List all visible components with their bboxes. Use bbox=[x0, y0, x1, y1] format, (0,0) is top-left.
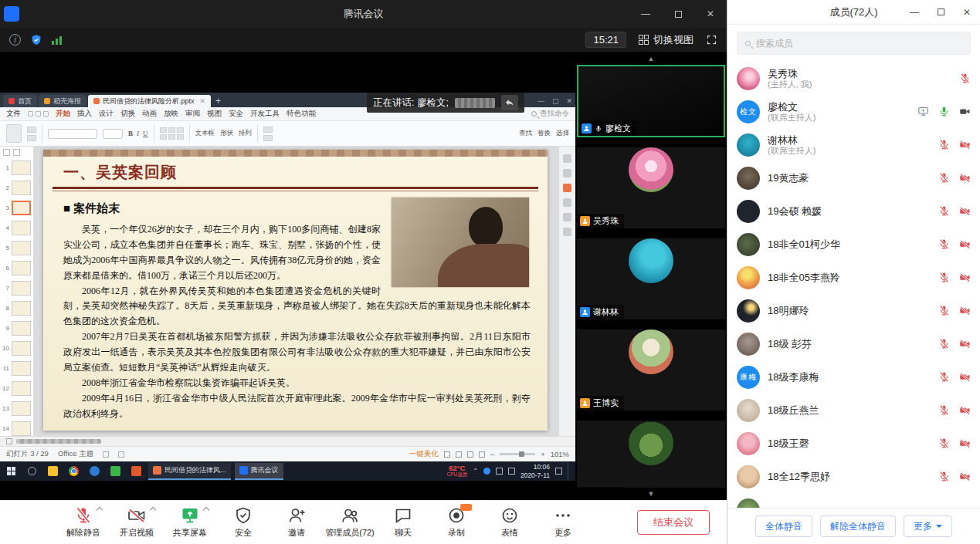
insert-icons[interactable] bbox=[263, 127, 273, 141]
mic-muted-icon[interactable] bbox=[938, 371, 950, 383]
video-button[interactable]: 开启视频 bbox=[112, 506, 161, 539]
sorter-view-icon[interactable] bbox=[456, 451, 462, 458]
cam-off-icon[interactable] bbox=[959, 438, 971, 449]
slide-thumbnail[interactable]: 14 bbox=[0, 418, 33, 436]
slideshow-view-icon[interactable] bbox=[479, 451, 485, 458]
menu-item-切换[interactable]: 切换 bbox=[120, 109, 135, 119]
wps-maximize-icon[interactable]: ▢ bbox=[552, 97, 559, 105]
mic-muted-icon[interactable] bbox=[938, 272, 950, 283]
switch-view-button[interactable]: 切换视图 bbox=[639, 33, 693, 47]
mic-muted-icon[interactable] bbox=[938, 404, 950, 416]
member-row[interactable]: 谢林林(联席主持人) bbox=[727, 128, 980, 161]
member-row[interactable]: 19黄志豪 bbox=[727, 161, 980, 194]
member-row[interactable]: 检文廖检文(联席主持人) bbox=[727, 95, 980, 128]
replace-button[interactable]: 替换 bbox=[537, 129, 551, 138]
paste-icon[interactable] bbox=[6, 124, 22, 143]
menu-item-放映[interactable]: 放映 bbox=[164, 109, 178, 119]
cpu-temp-widget[interactable]: 62°C CPU温度 bbox=[446, 465, 467, 478]
member-row[interactable]: 18非全05李燕羚 bbox=[727, 261, 980, 294]
meeting-info-icon[interactable]: i bbox=[9, 34, 21, 46]
edge-icon[interactable] bbox=[86, 463, 103, 480]
mic-muted-icon[interactable] bbox=[938, 471, 950, 482]
command-search[interactable]: 查找命令 bbox=[531, 109, 569, 119]
panel-maximize-icon[interactable] bbox=[927, 0, 954, 25]
member-row[interactable]: 18级丘燕兰 bbox=[727, 394, 980, 427]
find-button[interactable]: 查找 bbox=[519, 129, 532, 138]
slide-thumbnail[interactable]: 1 bbox=[0, 157, 33, 177]
file-menu[interactable]: 文件 bbox=[6, 109, 21, 119]
chat-button[interactable]: 聊天 bbox=[378, 506, 428, 539]
screen-icon[interactable] bbox=[917, 106, 929, 117]
wps-close-icon[interactable]: ✕ bbox=[566, 97, 572, 105]
scroll-up-icon[interactable]: ▲ bbox=[575, 52, 727, 65]
cam-off-icon[interactable] bbox=[959, 238, 971, 250]
mic-muted-icon[interactable] bbox=[938, 438, 950, 449]
member-row[interactable] bbox=[727, 493, 980, 508]
menu-item-开发工具[interactable]: 开发工具 bbox=[250, 109, 280, 119]
mic-muted-icon[interactable] bbox=[938, 338, 950, 350]
font-select[interactable] bbox=[48, 129, 97, 139]
clipboard-icons[interactable] bbox=[27, 127, 36, 141]
mic-muted-icon[interactable] bbox=[938, 305, 950, 316]
slide-thumbnail[interactable]: 7 bbox=[0, 278, 33, 298]
slide-thumbnail[interactable]: 9 bbox=[0, 318, 33, 338]
panel-minimize-icon[interactable]: — bbox=[901, 0, 927, 25]
wechat-icon[interactable] bbox=[107, 463, 124, 480]
member-row[interactable]: 19会硕 赖媛 bbox=[727, 194, 980, 228]
mic-muted-icon[interactable] bbox=[959, 73, 971, 84]
chevron-up-icon[interactable] bbox=[203, 507, 209, 513]
mic-muted-icon[interactable] bbox=[938, 172, 950, 184]
spellcheck-icon[interactable] bbox=[103, 451, 109, 458]
cam-off-icon[interactable] bbox=[959, 272, 971, 283]
tab-close-icon[interactable]: ✕ bbox=[200, 97, 206, 105]
new-tab-button[interactable]: + bbox=[215, 96, 221, 106]
menu-item-设计[interactable]: 设计 bbox=[99, 109, 114, 119]
slide-thumbnail[interactable]: 12 bbox=[0, 378, 33, 398]
taskbar-search-icon[interactable] bbox=[23, 463, 40, 480]
unmute-button[interactable]: 解除静音 bbox=[59, 506, 108, 539]
panel-close-icon[interactable]: ✕ bbox=[954, 0, 980, 25]
slide-thumbnail[interactable]: 8 bbox=[0, 298, 33, 318]
unmute-all-button[interactable]: 解除全体静音 bbox=[820, 515, 896, 537]
zoom-out-icon[interactable]: – bbox=[490, 450, 494, 458]
wps-side-toolbar[interactable] bbox=[558, 147, 575, 436]
notification-center-icon[interactable] bbox=[555, 468, 562, 475]
font-size-select[interactable] bbox=[103, 129, 123, 139]
member-search[interactable] bbox=[737, 32, 971, 55]
wps-icon[interactable] bbox=[127, 463, 144, 480]
member-search-input[interactable] bbox=[756, 38, 962, 49]
mic-on-icon[interactable] bbox=[938, 106, 950, 117]
mute-all-button[interactable]: 全体静音 bbox=[755, 515, 812, 537]
slide-thumbnail[interactable]: 4 bbox=[0, 218, 33, 238]
tray-app-icon[interactable] bbox=[483, 468, 490, 475]
cam-off-icon[interactable] bbox=[959, 305, 971, 316]
video-thumbnail[interactable]: 吴秀珠 bbox=[577, 147, 725, 228]
member-row[interactable]: 18明娜玲 bbox=[727, 294, 980, 327]
note-edit-icon[interactable] bbox=[118, 451, 124, 458]
paragraph-icons[interactable] bbox=[160, 127, 184, 140]
video-thumbnail[interactable]: 廖颖杰 bbox=[577, 421, 725, 488]
wps-tab[interactable]: 首页 bbox=[3, 95, 37, 107]
tray-expand-icon[interactable]: ⌃ bbox=[473, 468, 478, 475]
normal-view-icon[interactable] bbox=[444, 451, 450, 458]
zoom-slider[interactable] bbox=[500, 453, 535, 455]
select-button[interactable]: 选择 bbox=[556, 129, 569, 138]
member-row[interactable]: 18非全01柯少华 bbox=[727, 228, 980, 261]
slide-thumbnail[interactable]: 11 bbox=[0, 358, 33, 378]
close-icon[interactable]: ✕ bbox=[694, 0, 727, 28]
mic-muted-icon[interactable] bbox=[938, 238, 950, 250]
fullscreen-icon[interactable] bbox=[706, 34, 717, 46]
member-row[interactable]: 吴秀珠(主持人, 我) bbox=[727, 62, 980, 95]
member-row[interactable]: 18级 彭芬 bbox=[727, 327, 980, 360]
mic-muted-icon[interactable] bbox=[938, 139, 950, 150]
more-dropdown-button[interactable]: 更多 bbox=[904, 515, 952, 537]
cam-off-icon[interactable] bbox=[959, 371, 971, 383]
cam-off-icon[interactable] bbox=[959, 471, 971, 482]
beautify-button[interactable]: 一键美化 bbox=[409, 449, 439, 459]
invite-button[interactable]: 邀请 bbox=[272, 506, 321, 539]
member-row[interactable]: 18级王磬 bbox=[727, 427, 980, 460]
emoji-button[interactable]: 表情 bbox=[485, 506, 534, 539]
wps-tab[interactable]: 民间借贷的法律风险分析.pptx✕ bbox=[88, 95, 211, 107]
share-button[interactable]: 共享屏幕 bbox=[165, 506, 215, 539]
volume-icon[interactable] bbox=[496, 468, 503, 475]
